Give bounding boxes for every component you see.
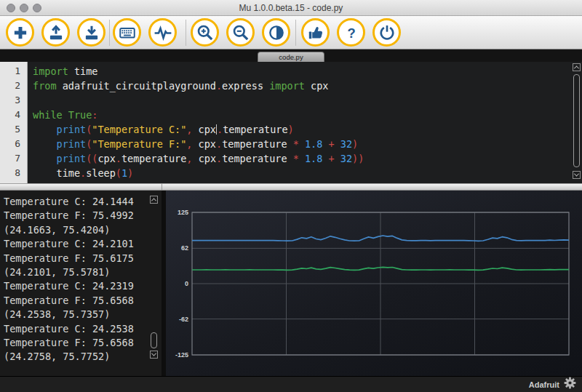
theme-button[interactable]	[262, 18, 290, 47]
editor-scrollbar	[572, 63, 581, 182]
magnifier-minus-icon	[231, 23, 250, 42]
svg-text:-62: -62	[179, 316, 188, 323]
plotter-button[interactable]	[148, 18, 177, 47]
titlebar: Mu 1.0.0.beta.15 - code.py	[0, 0, 582, 16]
toolbar-separator	[186, 20, 186, 46]
contrast-icon	[267, 23, 286, 42]
serial-button[interactable]	[113, 18, 141, 47]
zoom-window-button[interactable]	[33, 4, 41, 12]
save-button[interactable]	[77, 18, 105, 47]
download-arrow-icon	[82, 23, 101, 42]
new-button[interactable]	[6, 18, 34, 47]
mode-label: Adafruit	[529, 380, 559, 389]
svg-text:-125: -125	[175, 351, 188, 359]
toolbar-separator	[295, 20, 296, 46]
code-lines[interactable]: import timefrom adafruit_circuitplaygrou…	[28, 62, 582, 183]
console-scrollbar-thumb[interactable]	[151, 332, 157, 348]
serial-console[interactable]: Temperature C: 24.1444Temperature F: 75.…	[0, 191, 162, 376]
plotter-panel: 125620-62-125	[166, 191, 582, 376]
scrollbar-thumb[interactable]	[573, 74, 580, 167]
minimize-button[interactable]	[20, 4, 28, 12]
gear-icon[interactable]	[564, 377, 576, 392]
waveform-icon	[154, 23, 172, 42]
toolbar: ?	[0, 16, 582, 49]
splitter-seam	[162, 184, 162, 190]
code-editor[interactable]: 12345678 import timefrom adafruit_circui…	[0, 62, 582, 183]
keyboard-icon	[118, 23, 137, 42]
line-number-gutter: 12345678	[0, 62, 28, 183]
load-button[interactable]	[41, 18, 70, 47]
quit-button[interactable]	[372, 18, 401, 47]
magnifier-plus-icon	[196, 23, 215, 42]
window-title: Mu 1.0.0.beta.15 - code.py	[0, 3, 582, 13]
traffic-lights	[7, 4, 41, 12]
console-scroll-down-button[interactable]	[150, 351, 158, 359]
plus-icon	[11, 23, 30, 42]
bottom-panels: Temperature C: 24.1444Temperature F: 75.…	[0, 191, 582, 376]
zoom-out-button[interactable]	[226, 18, 255, 47]
zoom-in-button[interactable]	[191, 18, 219, 47]
scroll-up-button[interactable]	[573, 63, 581, 71]
svg-text:0: 0	[185, 280, 188, 287]
power-icon	[378, 23, 396, 42]
upload-arrow-icon	[47, 23, 65, 42]
toolbar-separator	[109, 20, 110, 46]
thumbs-up-icon	[306, 23, 325, 42]
tab-bar: code.py	[0, 49, 582, 62]
svg-text:?: ?	[347, 25, 355, 40]
tab-code-py[interactable]: code.py	[258, 52, 324, 62]
horizontal-splitter[interactable]	[0, 183, 582, 191]
temperature-plot: 125620-62-125	[166, 191, 582, 376]
console-scroll-up-button[interactable]	[150, 196, 158, 204]
svg-text:62: 62	[181, 244, 188, 252]
question-icon: ?	[342, 23, 361, 42]
svg-text:125: 125	[178, 209, 188, 216]
help-button[interactable]: ?	[337, 18, 365, 47]
scroll-down-button[interactable]	[573, 171, 581, 179]
status-bar: Adafruit	[0, 376, 582, 392]
close-button[interactable]	[7, 4, 15, 12]
check-button[interactable]	[301, 18, 330, 47]
